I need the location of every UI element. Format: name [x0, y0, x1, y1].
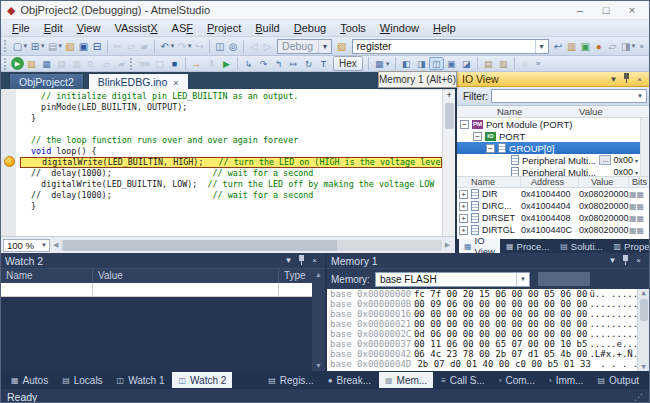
search-combo[interactable]: register▼	[352, 39, 549, 54]
undo-icon[interactable]: ↶	[158, 39, 172, 54]
pin-icon[interactable]	[620, 73, 633, 85]
menu-window[interactable]: Window	[373, 20, 426, 36]
pin-icon[interactable]	[619, 255, 632, 267]
start-debug-icon[interactable]: ▶	[11, 57, 24, 70]
memory-row[interactable]: base 0x0000000B00 09 06 00 00 00 00 00 0…	[327, 299, 649, 309]
watch-column-header[interactable]: Name Value Type	[1, 269, 325, 283]
close-icon[interactable]: ×	[632, 256, 645, 265]
vertical-scroll-thumb[interactable]	[445, 103, 454, 129]
bottom-tab-mem-[interactable]: ▦Mem...	[379, 372, 433, 388]
io-tree-row-port-module-port-[interactable]: −PMPort Module (PORT)	[457, 118, 649, 130]
profile-icon[interactable]: ●	[592, 39, 606, 54]
registers-window-icon[interactable]: ▣	[444, 57, 459, 70]
title-bar[interactable]: ◆ ObjProject2 (Debugging) - AtmelStudio …	[1, 1, 649, 20]
extension-icon[interactable]: ▱	[606, 39, 620, 54]
memory-address-box[interactable]	[538, 272, 590, 286]
memory-1-header[interactable]: Memory 1 ▼ ×	[327, 253, 649, 269]
open-folder-icon[interactable]: ▧	[24, 57, 39, 70]
memory-row[interactable]: base 0x00000000fc 7f 00 20 15 06 00 00 0…	[327, 289, 649, 299]
new-file-icon[interactable]: ▢	[11, 39, 25, 54]
pin-icon[interactable]	[295, 255, 308, 267]
row-expander-icon[interactable]: +	[459, 202, 468, 211]
tree-expander-icon[interactable]: −	[460, 120, 469, 129]
memory-row[interactable]: base 0x0000001600 00 00 00 00 00 00 00 0…	[327, 309, 649, 319]
save-icon[interactable]: ▣	[77, 39, 91, 54]
watch-empty-row[interactable]	[1, 283, 325, 297]
io-tree-row-group-0-[interactable]: −GROUP[0]	[457, 142, 649, 154]
io-tree-scrollbar[interactable]	[640, 118, 649, 176]
io-window-icon[interactable]: ▥	[496, 57, 511, 70]
scroll-down-icon[interactable]: ▼	[312, 362, 325, 369]
disassembly-window-icon[interactable]: ◪	[459, 57, 474, 70]
tree-expander-icon[interactable]: −	[486, 144, 495, 153]
panel-tab-proce-[interactable]: ▦Proce...	[501, 239, 554, 253]
menu-build[interactable]: Build	[248, 20, 286, 36]
toolbar-grip[interactable]	[4, 58, 8, 70]
watch-2-header[interactable]: Watch 2 ▼ ×	[1, 253, 325, 269]
document-tab-objproject2[interactable]: ObjProject2	[9, 73, 84, 89]
add-item-icon[interactable]: ⊞	[28, 39, 42, 54]
breakpoints-window-icon[interactable]: ▤	[481, 57, 496, 70]
editor-horizontal-scrollbar[interactable]	[61, 240, 441, 251]
toolbar-grip[interactable]	[4, 40, 8, 52]
io-register-row-dir[interactable]: +DIR0x410044000x08020000▦▦	[457, 188, 649, 200]
io-register-row-dirc-[interactable]: +DIRC...0x410044040x08020000▦▦	[457, 200, 649, 212]
memory-segment-combo[interactable]: base FLASH ▼	[375, 272, 530, 287]
document-tab-blinkedbg-ino[interactable]: BlinkEDBG.ino×	[88, 73, 189, 89]
new-window-icon[interactable]: ◨	[619, 39, 633, 54]
editor-zoom-combo[interactable]: 100 % ▼	[3, 239, 50, 252]
menu-tools[interactable]: Tools	[333, 20, 373, 36]
save-all-icon[interactable]: ⊟	[90, 39, 104, 54]
io-view-header[interactable]: IO View ▼ ×	[457, 72, 649, 87]
watch-scrollbar[interactable]: ▲ ▼	[312, 269, 325, 371]
minimize-button[interactable]: –	[567, 2, 593, 19]
menu-vassistx[interactable]: VAssistX	[107, 20, 164, 36]
row-expander-icon[interactable]: +	[459, 190, 468, 199]
bottom-tab-output[interactable]: ▤Output	[591, 372, 645, 388]
stop-debug-icon[interactable]: ■	[167, 57, 182, 70]
find-icon[interactable]: ◎	[227, 39, 241, 54]
locals-window-icon[interactable]: ◨	[414, 57, 429, 70]
io-tree-row-port[interactable]: −IOPORT	[457, 130, 649, 142]
window-position-icon[interactable]: ▼	[606, 256, 619, 265]
bottom-tab-imm-[interactable]: ›Imm...	[543, 372, 589, 388]
navigate-back-icon[interactable]: ↩	[552, 39, 566, 54]
panel-tab-soluti-[interactable]: ▤Soluti...	[555, 239, 607, 253]
close-icon[interactable]: ×	[308, 256, 321, 265]
step-out-icon[interactable]: ↰	[271, 57, 286, 70]
memory-row[interactable]: base 0x0000002100 00 00 00 00 00 00 00 0…	[327, 319, 649, 329]
bottom-tab-autos[interactable]: ▦Autos	[5, 372, 54, 388]
horizontal-scroll-thumb[interactable]	[63, 240, 337, 251]
memory-row[interactable]: base 0x0000002C0d 06 00 00 00 00 00 00 0…	[327, 329, 649, 339]
scroll-left-icon[interactable]: ◀	[50, 241, 61, 249]
filter-combo[interactable]: ▼	[491, 89, 647, 103]
editor-vertical-scrollbar[interactable]: +	[442, 89, 455, 236]
device-programming-icon[interactable]: ▦	[39, 57, 54, 70]
bottom-tab-call-s-[interactable]: ≡Call S...	[435, 372, 491, 388]
menu-edit[interactable]: Edit	[37, 20, 70, 36]
window-position-icon[interactable]: ▼	[607, 75, 620, 84]
menu-project[interactable]: Project	[200, 20, 248, 36]
menu-asf[interactable]: ASF	[165, 20, 200, 36]
window-position-icon[interactable]: ▼	[282, 256, 295, 265]
open-folder-icon[interactable]: ▧	[63, 39, 77, 54]
toggle-disassembly-icon[interactable]: T	[316, 57, 331, 70]
memory-view-window-icon[interactable]: ◫	[429, 57, 444, 70]
io-register-column-header[interactable]: Name Address Value Bits	[457, 176, 649, 188]
show-next-statement-icon[interactable]: →	[189, 57, 204, 70]
bottom-tab-watch-1[interactable]: ◫Watch 1	[111, 372, 171, 388]
panel-tab-io-view[interactable]: ▦IO View	[459, 239, 500, 253]
toolbar-grip[interactable]	[130, 58, 134, 70]
close-button[interactable]: ×	[619, 2, 645, 19]
quick-open-icon[interactable]: ▧	[335, 39, 349, 54]
close-icon[interactable]: ×	[173, 78, 178, 88]
save-as-icon[interactable]: ▤	[46, 39, 60, 54]
bottom-tab-com-[interactable]: ›Com...	[493, 372, 541, 388]
scroll-up-icon[interactable]: ▲	[312, 271, 325, 278]
io-tree-row-peripheral-multi-[interactable]: Peripheral Multi......0x00▾	[457, 154, 649, 166]
hex-button[interactable]: Hex	[333, 56, 363, 71]
export-template-icon[interactable]: ▥	[565, 39, 579, 54]
scroll-down-icon[interactable]: ▼	[638, 363, 649, 371]
row-expander-icon[interactable]: +	[459, 226, 468, 235]
continue-icon[interactable]: ▶	[219, 57, 234, 70]
